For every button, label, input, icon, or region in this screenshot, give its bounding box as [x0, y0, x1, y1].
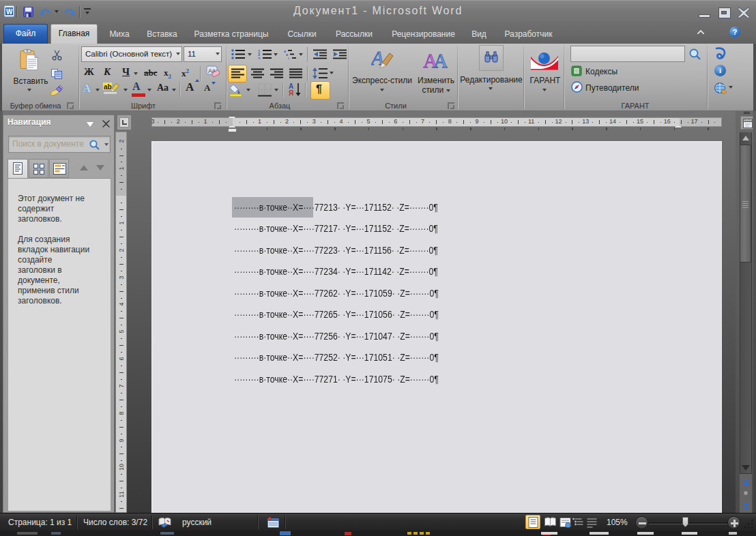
svg-text:A: A: [433, 49, 448, 69]
svg-text:ab: ab: [104, 83, 112, 91]
svg-text:Я: Я: [289, 89, 293, 97]
svg-text:і: і: [288, 57, 289, 60]
svg-text:3: 3: [258, 57, 261, 60]
